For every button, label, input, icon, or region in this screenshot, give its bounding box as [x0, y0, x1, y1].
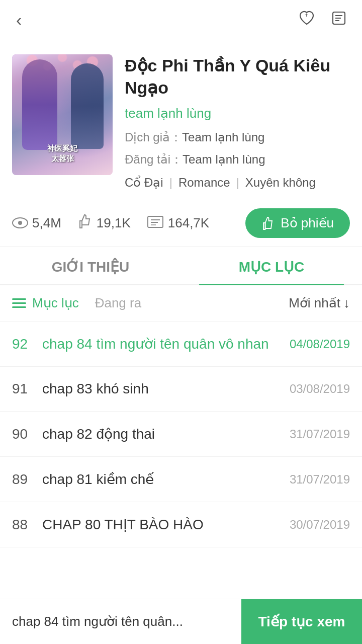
chapter-title: chap 83 khó sinh: [42, 381, 290, 397]
chapter-row[interactable]: 88 CHAP 80 THỊT BÀO HÀO 30/07/2019: [0, 502, 362, 547]
vote-button[interactable]: Bỏ phiếu: [245, 208, 350, 238]
tag-xuyen-khong[interactable]: Xuyên không: [245, 176, 316, 190]
muc-luc-label: Mục lục: [32, 295, 79, 311]
back-button[interactable]: ‹: [12, 6, 26, 34]
svg-text:+: +: [305, 12, 308, 19]
tab-intro[interactable]: GIỚI THIỆU: [0, 247, 181, 284]
book-metadata: Độc Phi Thần Y Quá Kiêu Ngạo team lạnh l…: [125, 54, 350, 190]
translator-info: Dịch giả：Team lạnh lùng: [125, 128, 350, 146]
list-lines-icon: [12, 298, 26, 308]
likes-icon: [77, 214, 93, 232]
chapter-row[interactable]: 92 chap 84 tìm người tên quân vô nhan 04…: [0, 321, 362, 367]
views-icon: [12, 215, 28, 232]
continue-text: chap 84 tìm người tên quân...: [0, 599, 241, 644]
dang-ra-button[interactable]: Đang ra: [95, 295, 142, 311]
chapter-num: 89: [12, 471, 42, 488]
book-tags: Cổ Đại | Romance | Xuyên không: [125, 176, 350, 190]
views-count: 5,4M: [32, 215, 61, 231]
tabs: GIỚI THIỆU MỤC LỤC: [0, 247, 362, 285]
sort-newest-label: Mới nhất: [289, 295, 340, 311]
chapter-date: 31/07/2019: [290, 427, 350, 441]
chapter-row[interactable]: 90 chap 82 động thai 31/07/2019: [0, 412, 362, 457]
chapter-title: chap 84 tìm người tên quân vô nhan: [42, 336, 290, 352]
chapter-list: 92 chap 84 tìm người tên quân vô nhan 04…: [0, 321, 362, 547]
likes-stat: 19,1K: [77, 214, 131, 232]
bottom-bar: chap 84 tìm người tên quân... Tiếp tục x…: [0, 599, 362, 644]
header-actions: +: [296, 7, 350, 33]
likes-count: 19,1K: [97, 215, 131, 231]
sort-newest-button[interactable]: Mới nhất ↓: [289, 295, 350, 311]
uploader-label: Đăng tải：: [125, 152, 183, 166]
translator-value: Team lạnh lùng: [182, 130, 264, 144]
book-cover: 神医奚妃太嚣张: [12, 54, 113, 175]
chapter-date: 03/08/2019: [290, 382, 350, 396]
chapter-num: 88: [12, 517, 42, 533]
chapters-icon: [147, 215, 164, 232]
chapter-date: 31/07/2019: [290, 472, 350, 487]
uploader-info: Đăng tải：Team lạnh lùng: [125, 150, 350, 169]
chapter-num: 92: [12, 336, 42, 352]
uploader-value: Team lạnh lùng: [183, 152, 265, 166]
tag-romance[interactable]: Romance: [178, 176, 230, 190]
chapter-num: 90: [12, 426, 42, 442]
chapter-title: chap 81 kiềm chế: [42, 471, 290, 488]
chapter-controls: Mục lục Đang ra Mới nhất ↓: [0, 285, 362, 321]
book-info: 神医奚妃太嚣张 Độc Phi Thần Y Quá Kiêu Ngạo tea…: [0, 40, 362, 200]
chapter-num: 91: [12, 381, 42, 397]
chapters-count: 164,7K: [168, 215, 209, 231]
tag-sep-2: |: [236, 176, 239, 190]
stats-bar: 5,4M 19,1K 164,7K Bỏ phiếu: [0, 200, 362, 247]
header: ‹ +: [0, 0, 362, 40]
edit-icon[interactable]: [328, 7, 350, 33]
tag-co-dai[interactable]: Cổ Đại: [125, 176, 163, 190]
chapter-row[interactable]: 89 chap 81 kiềm chế 31/07/2019: [0, 457, 362, 502]
translator-label: Dịch giả：: [125, 130, 182, 144]
views-stat: 5,4M: [12, 215, 61, 232]
chapter-title: CHAP 80 THỊT BÀO HÀO: [42, 516, 290, 533]
tag-sep-1: |: [169, 176, 172, 190]
book-team[interactable]: team lạnh lùng: [125, 106, 350, 121]
muc-luc-button[interactable]: Mục lục: [12, 295, 79, 311]
sort-down-icon: ↓: [343, 295, 350, 311]
chapter-row[interactable]: 91 chap 83 khó sinh 03/08/2019: [0, 367, 362, 412]
tab-contents[interactable]: MỤC LỤC: [181, 247, 362, 284]
book-title: Độc Phi Thần Y Quá Kiêu Ngạo: [125, 54, 350, 99]
vote-label: Bỏ phiếu: [281, 215, 334, 231]
chapters-stat: 164,7K: [147, 215, 209, 232]
continue-button[interactable]: Tiếp tục xem: [241, 599, 362, 644]
chapter-date: 04/08/2019: [290, 337, 350, 351]
svg-point-6: [18, 221, 22, 225]
chapter-date: 30/07/2019: [290, 518, 350, 532]
chapter-title: chap 82 động thai: [42, 426, 290, 442]
heart-add-icon[interactable]: +: [296, 7, 318, 33]
